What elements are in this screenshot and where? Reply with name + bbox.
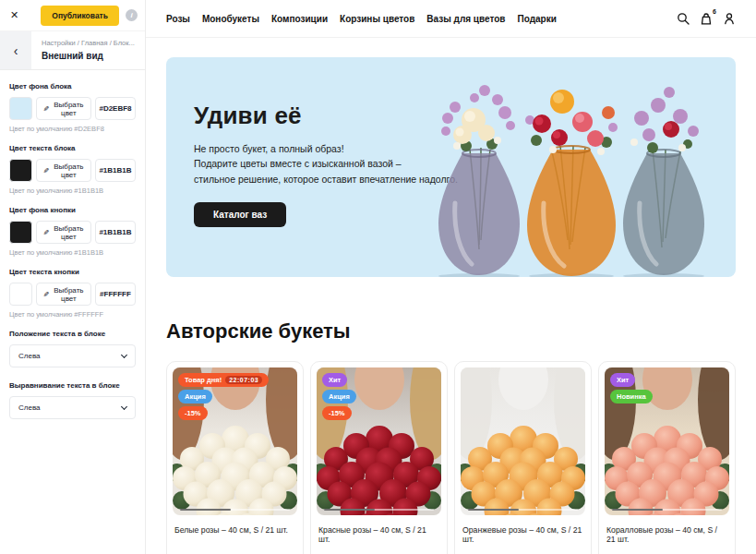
select-setting: Положение текста в блоке Слева <box>9 330 136 367</box>
color-hex-input[interactable]: #D2EBF8 <box>95 97 136 120</box>
editor-sidebar: ✕ Опубликовать i ‹ Настройки / Главная /… <box>0 0 146 554</box>
select-setting: Выравнивание текста в блоке Слева <box>9 381 136 419</box>
default-color-hint: Цвет по умолчанию #1B1B1B <box>9 248 136 257</box>
navbar-icons: 6 <box>676 12 736 26</box>
panel-header-text: Настройки / Главная / Блок... Внешний ви… <box>31 31 142 69</box>
color-setting: Цвет фона блока ✎ Выбрать цвет #D2EBF8 Ц… <box>9 82 136 133</box>
chevron-down-icon <box>121 351 127 357</box>
badge-timer: 22:07:03 <box>225 376 262 384</box>
image-carousel-indicator[interactable] <box>180 509 290 511</box>
model-face <box>498 367 548 410</box>
pick-color-button[interactable]: ✎ Выбрать цвет <box>36 97 91 120</box>
cart-count-badge: 6 <box>713 8 716 15</box>
site-preview: Розы Монобукеты Композиции Корзины цвето… <box>146 0 756 554</box>
carousel-thumb[interactable] <box>324 509 375 511</box>
close-icon[interactable]: ✕ <box>10 10 18 20</box>
hero-title: Удиви её <box>194 102 458 130</box>
pencil-icon: ✎ <box>42 229 50 235</box>
profile-icon[interactable] <box>722 12 736 26</box>
setting-label: Цвет текста блока <box>9 144 136 152</box>
carousel-thumb[interactable] <box>180 509 231 511</box>
select-dropdown[interactable]: Слева <box>9 396 136 419</box>
setting-label: Положение текста в блоке <box>9 330 136 338</box>
product-badge: Товар дня!22:07:03 <box>178 373 269 387</box>
color-swatch[interactable] <box>9 159 32 182</box>
color-swatch[interactable] <box>9 221 32 244</box>
product-image[interactable]: Товар дня!22:07:03Акция-15% <box>173 367 297 515</box>
pick-color-button[interactable]: ✎ Выбрать цвет <box>36 159 91 182</box>
select-dropdown[interactable]: Слева <box>9 344 136 367</box>
color-swatch[interactable] <box>9 283 32 306</box>
default-color-hint: Цвет по умолчанию #1B1B1B <box>9 187 136 195</box>
image-carousel-indicator[interactable] <box>612 509 722 511</box>
model-face <box>354 367 404 410</box>
color-hex-input[interactable]: #1B1B1B <box>95 221 136 244</box>
breadcrumb[interactable]: Настройки / Главная / Блок... <box>42 39 135 47</box>
hero-cta-button[interactable]: Каталог ваз <box>194 202 286 227</box>
pencil-icon: ✎ <box>42 291 50 297</box>
pick-color-button[interactable]: ✎ Выбрать цвет <box>36 283 91 306</box>
carousel-thumb[interactable] <box>468 509 519 511</box>
bouquet-illustration <box>319 416 439 515</box>
search-icon[interactable] <box>676 12 690 26</box>
badge-stack: ХитАкция-15% <box>322 373 356 420</box>
color-swatch[interactable] <box>9 97 32 120</box>
nav-link[interactable]: Монобукеты <box>202 14 259 24</box>
cart-icon[interactable]: 6 <box>699 12 713 26</box>
color-setting: Цвет фона кнопки ✎ Выбрать цвет #1B1B1B … <box>9 206 136 257</box>
product-title[interactable]: Красные розы – 40 см, S / 21 шт. <box>318 525 439 544</box>
hero-description-line: Не просто букет, а полный образ! <box>194 141 458 156</box>
product-badge: -15% <box>178 406 208 420</box>
page-title: Внешний вид <box>42 51 135 61</box>
app-window: ✕ Опубликовать i ‹ Настройки / Главная /… <box>0 0 756 554</box>
image-carousel-indicator[interactable] <box>468 509 578 511</box>
product-badge: Хит <box>322 373 347 387</box>
product-badge: Хит <box>610 373 635 387</box>
badge-stack: Товар дня!22:07:03Акция-15% <box>178 373 269 420</box>
nav-link[interactable]: Розы <box>166 14 190 24</box>
vases-illustration <box>424 65 719 277</box>
color-setting: Цвет текста блока ✎ Выбрать цвет #1B1B1B… <box>9 144 136 195</box>
product-card[interactable]: Оранжевые розы – 40 см, S / 21 шт. <box>454 361 592 554</box>
image-carousel-indicator[interactable] <box>324 509 434 511</box>
carousel-thumb[interactable] <box>612 509 663 511</box>
site-navbar: Розы Монобукеты Композиции Корзины цвето… <box>146 0 756 38</box>
nav-link[interactable]: Композиции <box>271 14 328 24</box>
section-title: Авторские букеты <box>166 319 736 343</box>
default-color-hint: Цвет по умолчанию #FFFFFF <box>9 310 136 319</box>
badge-stack: ХитНовинка <box>610 373 653 403</box>
product-card[interactable]: Товар дня!22:07:03Акция-15% Белые розы –… <box>166 361 304 554</box>
product-badge: Акция <box>178 390 212 403</box>
product-title[interactable]: Оранжевые розы – 40 см, S / 21 шт. <box>462 525 583 544</box>
publish-button[interactable]: Опубликовать <box>41 6 119 26</box>
setting-label: Выравнивание текста в блоке <box>9 381 136 390</box>
nav-link[interactable]: Вазы для цветов <box>426 14 505 24</box>
product-badge: Новинка <box>610 390 653 403</box>
bouquet-illustration <box>175 416 295 515</box>
product-image[interactable]: ХитНовинка <box>605 367 729 515</box>
product-grid: Товар дня!22:07:03Акция-15% Белые розы –… <box>166 361 736 554</box>
product-badge: -15% <box>322 406 352 420</box>
product-badge: Акция <box>322 390 356 403</box>
color-hex-input[interactable]: #FFFFFF <box>95 283 136 306</box>
product-image[interactable] <box>461 367 585 515</box>
nav-link[interactable]: Подарки <box>517 14 556 24</box>
setting-label: Цвет фона блока <box>9 82 136 90</box>
product-card[interactable]: ХитАкция-15% Красные розы – 40 см, S / 2… <box>310 361 448 554</box>
product-title[interactable]: Белые розы – 40 см, S / 21 шт. <box>174 525 295 535</box>
product-title[interactable]: Коралловые розы – 40 см, S / 21 шт. <box>606 525 727 544</box>
hero-description-line: стильное решение, которое оставит впечат… <box>194 172 458 187</box>
setting-label: Цвет фона кнопки <box>9 206 136 214</box>
bouquet-illustration <box>463 416 583 515</box>
chevron-left-icon: ‹ <box>14 43 18 58</box>
panel-body: Цвет фона блока ✎ Выбрать цвет #D2EBF8 Ц… <box>0 70 145 445</box>
nav-link[interactable]: Корзины цветов <box>340 14 414 24</box>
pick-color-button[interactable]: ✎ Выбрать цвет <box>36 221 91 244</box>
hero-block[interactable]: Удиви её Не просто букет, а полный образ… <box>166 57 736 277</box>
info-icon[interactable]: i <box>126 9 138 21</box>
back-button[interactable]: ‹ <box>0 31 31 69</box>
product-image[interactable]: ХитАкция-15% <box>317 367 441 515</box>
product-card[interactable]: ХитНовинка Коралловые розы – 40 см, S / … <box>598 361 736 554</box>
color-hex-input[interactable]: #1B1B1B <box>95 159 136 182</box>
bouquet-illustration <box>607 416 727 515</box>
